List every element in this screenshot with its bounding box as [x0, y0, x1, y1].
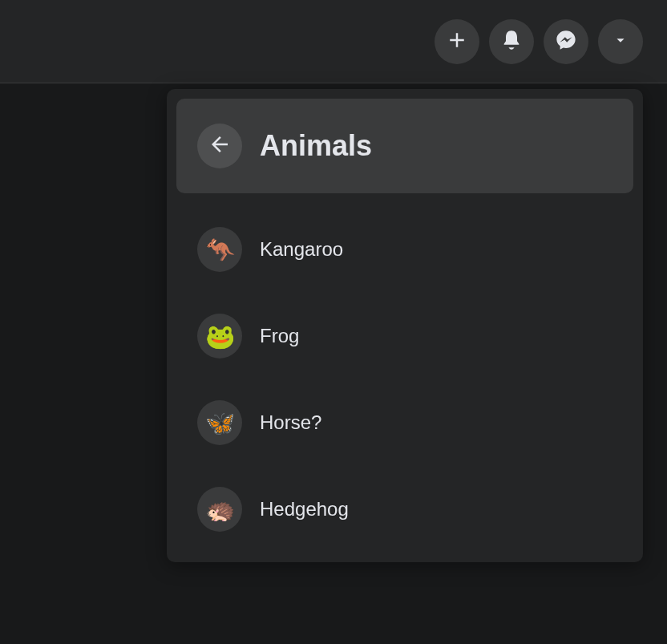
menu-item-label: Hedgehog — [260, 498, 349, 520]
menu-title: Animals — [260, 129, 372, 163]
menu-item-hedgehog[interactable]: 🦔 Hedgehog — [176, 466, 633, 553]
topbar — [0, 0, 667, 83]
menu-item-label: Frog — [260, 325, 299, 347]
notifications-button[interactable] — [489, 19, 534, 64]
menu-item-horse[interactable]: 🦋 Horse? — [176, 379, 633, 466]
plus-icon — [445, 28, 469, 55]
messenger-button[interactable] — [544, 19, 588, 64]
messenger-icon — [555, 29, 577, 55]
menu-header[interactable]: Animals — [176, 99, 633, 193]
kangaroo-icon: 🦘 — [197, 227, 242, 272]
arrow-left-icon — [208, 132, 232, 160]
menu-item-kangaroo[interactable]: 🦘 Kangaroo — [176, 206, 633, 293]
menu-item-frog[interactable]: 🐸 Frog — [176, 293, 633, 379]
account-menu-button[interactable] — [598, 19, 643, 64]
create-button[interactable] — [435, 19, 479, 64]
dropdown-menu: Animals 🦘 Kangaroo 🐸 Frog 🦋 Horse? 🦔 Hed… — [167, 89, 643, 562]
butterfly-icon: 🦋 — [197, 400, 242, 445]
frog-icon: 🐸 — [197, 314, 242, 358]
menu-item-label: Horse? — [260, 411, 321, 434]
hedgehog-icon: 🦔 — [197, 487, 242, 532]
back-button[interactable] — [197, 124, 242, 168]
menu-item-label: Kangaroo — [260, 238, 343, 261]
bell-icon — [500, 29, 523, 55]
caret-down-icon — [612, 31, 629, 52]
